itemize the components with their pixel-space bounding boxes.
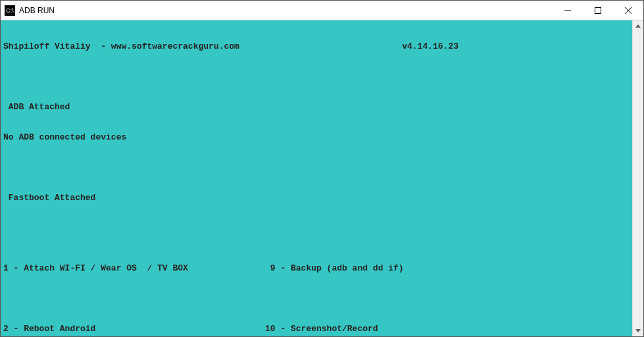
app-icon: C:\ <box>5 5 15 16</box>
scroll-track[interactable] <box>633 32 643 325</box>
menu-row-0: 1 - Attach WI-FI / Wear OS / TV BOX 9 - … <box>3 263 630 274</box>
adb-status: No ADB connected devices <box>3 132 630 143</box>
version-text: v4.14.16.23 <box>402 41 630 52</box>
menu-item-10: 10 - Screenshot/Record <box>265 324 378 334</box>
app-window: C:\ ADB RUN Shipiloff Vitaliy - www.soft… <box>0 0 644 337</box>
window-title: ADB RUN <box>19 6 55 15</box>
blank-line <box>3 294 630 304</box>
fastboot-attached-label: Fastboot Attached <box>3 193 630 203</box>
svg-marker-5 <box>635 329 641 332</box>
scroll-down-button[interactable] <box>633 325 643 336</box>
console-area: Shipiloff Vitaliy - www.softwarecrackgur… <box>1 20 643 336</box>
header-line: Shipiloff Vitaliy - www.softwarecrackgur… <box>3 41 630 52</box>
close-button[interactable] <box>613 1 643 20</box>
vertical-scrollbar[interactable] <box>632 20 643 336</box>
console-output[interactable]: Shipiloff Vitaliy - www.softwarecrackgur… <box>1 20 632 336</box>
blank-line <box>3 72 630 82</box>
menu-item-2: 2 - Reboot Android <box>3 324 265 334</box>
menu-item-9: 9 - Backup (adb and dd if) <box>265 263 404 274</box>
window-controls <box>553 1 643 20</box>
menu-item-1: 1 - Attach WI-FI / Wear OS / TV BOX <box>3 263 265 274</box>
author-text: Shipiloff Vitaliy - www.softwarecrackgur… <box>3 41 239 52</box>
scroll-up-button[interactable] <box>633 20 643 32</box>
adb-attached-label: ADB Attached <box>3 102 630 113</box>
minimize-button[interactable] <box>553 1 583 20</box>
titlebar: C:\ ADB RUN <box>1 1 643 20</box>
menu-row-1: 2 - Reboot Android10 - Screenshot/Record <box>3 324 630 334</box>
maximize-button[interactable] <box>583 1 613 20</box>
blank-line <box>3 163 630 173</box>
svg-rect-1 <box>595 7 601 13</box>
svg-marker-4 <box>635 24 641 28</box>
blank-line <box>3 223 630 234</box>
